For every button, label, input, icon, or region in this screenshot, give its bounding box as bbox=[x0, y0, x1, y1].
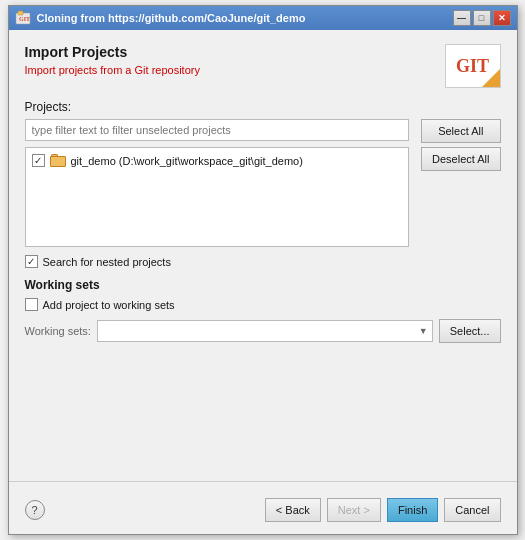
window-controls: — □ ✕ bbox=[453, 10, 511, 26]
working-sets-input-row: Working sets: ▼ Select... bbox=[25, 319, 501, 343]
help-button[interactable]: ? bbox=[25, 500, 45, 520]
finish-button[interactable]: Finish bbox=[387, 498, 438, 522]
svg-text:GIT: GIT bbox=[19, 16, 30, 22]
working-sets-dropdown[interactable]: ▼ bbox=[97, 320, 433, 342]
dropdown-arrow-icon: ▼ bbox=[419, 326, 428, 336]
working-sets-select-button[interactable]: Select... bbox=[439, 319, 501, 343]
close-button[interactable]: ✕ bbox=[493, 10, 511, 26]
main-window: GIT Cloning from https://github.com/CaoJ… bbox=[8, 5, 518, 535]
add-to-working-sets-checkbox[interactable] bbox=[25, 298, 38, 311]
folder-icon bbox=[50, 154, 66, 167]
footer-left: ? bbox=[25, 500, 45, 520]
minimize-button[interactable]: — bbox=[453, 10, 471, 26]
select-all-button[interactable]: Select All bbox=[421, 119, 500, 143]
nested-projects-label: Search for nested projects bbox=[43, 256, 171, 268]
window-icon: GIT bbox=[15, 10, 31, 26]
nested-projects-row: Search for nested projects bbox=[25, 255, 501, 268]
maximize-button[interactable]: □ bbox=[473, 10, 491, 26]
next-button[interactable]: Next > bbox=[327, 498, 381, 522]
filter-input[interactable] bbox=[25, 119, 410, 141]
add-to-working-sets-row: Add project to working sets bbox=[25, 298, 501, 311]
page-title: Import Projects bbox=[25, 44, 200, 60]
cancel-button[interactable]: Cancel bbox=[444, 498, 500, 522]
working-sets-section: Working sets Add project to working sets… bbox=[25, 278, 501, 343]
header-text: Import Projects Import projects from a G… bbox=[25, 44, 200, 76]
working-sets-title: Working sets bbox=[25, 278, 501, 292]
git-logo: GIT bbox=[445, 44, 501, 88]
working-sets-input-label: Working sets: bbox=[25, 325, 91, 337]
footer: ? < Back Next > Finish Cancel bbox=[9, 490, 517, 534]
deselect-all-button[interactable]: Deselect All bbox=[421, 147, 500, 171]
header-section: Import Projects Import projects from a G… bbox=[25, 44, 501, 88]
add-to-working-sets-label: Add project to working sets bbox=[43, 299, 175, 311]
page-subtitle: Import projects from a Git repository bbox=[25, 64, 200, 76]
project-name: git_demo (D:\work_git\workspace_git\git_… bbox=[71, 155, 303, 167]
filter-row bbox=[25, 119, 410, 141]
svg-rect-1 bbox=[18, 11, 23, 15]
nested-projects-checkbox[interactable] bbox=[25, 255, 38, 268]
content-area: Import Projects Import projects from a G… bbox=[9, 30, 517, 473]
project-checkbox[interactable] bbox=[32, 154, 45, 167]
projects-label: Projects: bbox=[25, 100, 501, 114]
projects-area: git_demo (D:\work_git\workspace_git\git_… bbox=[25, 119, 501, 255]
footer-right: < Back Next > Finish Cancel bbox=[265, 498, 501, 522]
title-bar: GIT Cloning from https://github.com/CaoJ… bbox=[9, 6, 517, 30]
projects-list[interactable]: git_demo (D:\work_git\workspace_git\git_… bbox=[25, 147, 410, 247]
list-item: git_demo (D:\work_git\workspace_git\git_… bbox=[30, 152, 405, 169]
window-title: Cloning from https://github.com/CaoJune/… bbox=[37, 12, 447, 24]
projects-list-area: git_demo (D:\work_git\workspace_git\git_… bbox=[25, 119, 410, 255]
footer-separator bbox=[9, 481, 517, 482]
list-action-buttons: Select All Deselect All bbox=[421, 119, 500, 255]
back-button[interactable]: < Back bbox=[265, 498, 321, 522]
